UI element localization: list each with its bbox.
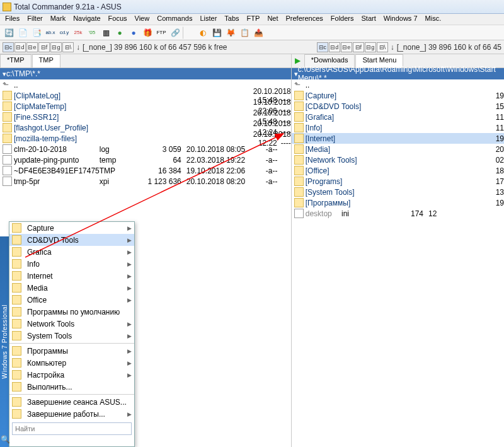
file-row[interactable]: [mozilla-temp-files]20.10.2018 12:22----: [0, 133, 291, 144]
menu-focus[interactable]: Focus: [105, 14, 131, 25]
toolbar-grid[interactable]: ▦: [100, 26, 112, 39]
file-row[interactable]: ⬑..: [292, 79, 504, 90]
file-row[interactable]: [Internet]19: [292, 133, 504, 144]
tab-tmp[interactable]: *TMP: [0, 54, 32, 67]
toolbar-url[interactable]: 🔗: [169, 26, 181, 39]
submenu-arrow-icon: ▶: [127, 297, 132, 303]
startmenu-программы[interactable]: Программы▶: [9, 345, 134, 357]
search-icon[interactable]: 🔍: [1, 435, 10, 444]
run-icon: [12, 382, 21, 392]
menu-commands[interactable]: Commands: [153, 14, 196, 25]
file-row[interactable]: tmp-5prxpi1 123 63620.10.2018 08:20-a--: [0, 176, 291, 187]
toolbar-blue[interactable]: ●: [127, 26, 140, 39]
menu-windows-7[interactable]: Windows 7: [380, 14, 421, 25]
toolbar-ftp[interactable]: FTP: [155, 26, 168, 39]
menu-mark[interactable]: Mark: [47, 14, 69, 25]
drive-e[interactable]: ⊟e: [341, 42, 352, 52]
file-row[interactable]: [System Tools]13: [292, 187, 504, 197]
right-file-list[interactable]: ⬑..[Capture]19[CD&DVD Tools]15[Grafica]1…: [292, 79, 504, 447]
menu-preferences[interactable]: Preferences: [282, 14, 327, 25]
file-row[interactable]: [Программы]19: [292, 197, 504, 208]
drive-d[interactable]: ⊟d: [329, 42, 340, 52]
file-row[interactable]: ~DF4E6E3B491EF17475TMP16 38419.10.2018 2…: [0, 165, 291, 176]
menu-start[interactable]: Start: [358, 14, 380, 25]
file-row[interactable]: [Grafica]11: [292, 112, 504, 122]
file-row[interactable]: desktopini17412: [292, 208, 504, 219]
toolbar-25k[interactable]: 25k: [72, 26, 84, 39]
file-row[interactable]: [CD&DVD Tools]15: [292, 101, 504, 112]
startmenu-завершение-работы-[interactable]: Завершение работы...▶: [9, 408, 134, 420]
startmenu-завершение-сеанса-asus-[interactable]: Завершение сеанса ASUS...: [9, 396, 134, 408]
toolbar-cdy[interactable]: cd.y: [58, 26, 71, 39]
drive-c[interactable]: ⊟c: [3, 42, 14, 52]
drive-g[interactable]: ⊟g: [365, 42, 376, 52]
file-row[interactable]: [Media]20: [292, 144, 504, 154]
startmenu-выполнить-[interactable]: Выполнить...: [9, 381, 134, 393]
startmenu-internet[interactable]: Internet▶: [9, 270, 134, 282]
file-row[interactable]: [Network Tools]02: [292, 154, 504, 165]
grafica-icon: [12, 247, 21, 257]
toolbar-firefox-icon[interactable]: 🦊: [224, 26, 237, 39]
drive-\[interactable]: ⊟\: [377, 42, 388, 52]
tab-tmp[interactable]: TMP: [32, 54, 60, 67]
menu-lister[interactable]: Lister: [196, 14, 220, 25]
toolbar-gift[interactable]: 🎁: [141, 26, 154, 39]
drive-f[interactable]: ⊟f: [38, 42, 50, 52]
toolbar-green[interactable]: ●: [113, 26, 126, 39]
startmenu-настройка[interactable]: Настройка▶: [9, 369, 134, 381]
toolbar-p2[interactable]: 📤: [252, 26, 265, 39]
toolbar-p1[interactable]: 📋: [238, 26, 251, 39]
startmenu-label: Компьютер: [27, 359, 66, 368]
drive-g[interactable]: ⊟g: [50, 42, 62, 52]
file-row[interactable]: clm-20-10-2018log3 05920.10.2018 08:05-a…: [0, 144, 291, 154]
menu-folders[interactable]: Folders: [327, 14, 358, 25]
menu-tabs[interactable]: Tabs: [220, 14, 243, 25]
folder-icon: [3, 112, 12, 122]
left-path-bar[interactable]: ▾ c:\TMP\*.*: [0, 68, 291, 79]
toolbar-view1[interactable]: 📄: [16, 26, 29, 39]
drive-f[interactable]: ⊟f: [353, 42, 364, 52]
toolbar-abc[interactable]: ab.x: [44, 26, 57, 39]
folder-icon: [294, 134, 304, 143]
drive-c[interactable]: ⊟c: [317, 42, 328, 52]
startmenu-search-input[interactable]: [12, 422, 132, 435]
file-row[interactable]: yupdate-ping-puntotemp6422.03.2018 19:22…: [0, 154, 291, 165]
toolbar-refresh[interactable]: 🔄: [3, 26, 15, 39]
startmenu-программы-по-умолчанию[interactable]: Программы по умолчанию: [9, 306, 134, 318]
menu-ftp[interactable]: FTP: [243, 14, 264, 25]
menu-filter[interactable]: Filter: [23, 14, 46, 25]
startmenu-capture[interactable]: Capture▶: [9, 222, 134, 234]
menu-misc.[interactable]: Misc.: [421, 14, 445, 25]
startmenu-media[interactable]: Media▶: [9, 282, 134, 294]
menu-navigate[interactable]: Navigate: [69, 14, 104, 25]
right-path-bar[interactable]: ▾ c:\Users\ASUS\AppData\Roaming\Microsof…: [292, 68, 504, 79]
toolbar-05[interactable]: '05: [86, 26, 98, 39]
file-date: 11: [496, 124, 504, 132]
file-name: [CD&DVD Tools]: [306, 102, 422, 111]
file-row[interactable]: [Office]18: [292, 165, 504, 176]
startmenu-office[interactable]: Office▶: [9, 294, 134, 306]
menu-view[interactable]: View: [131, 14, 154, 25]
drive-d[interactable]: ⊟d: [14, 42, 26, 52]
menu-net[interactable]: Net: [263, 14, 282, 25]
startmenu-grafica[interactable]: Grafica▶: [9, 246, 134, 258]
folder-icon: [3, 123, 12, 132]
toolbar-save-icon[interactable]: 💾: [210, 26, 223, 39]
menu-files[interactable]: Files: [1, 14, 23, 25]
drive-\[interactable]: ⊟\: [62, 42, 74, 52]
startmenu-info[interactable]: Info▶: [9, 258, 134, 270]
file-date: 20: [496, 145, 504, 154]
file-date: 19: [496, 91, 504, 100]
file-row[interactable]: [Info]11: [292, 122, 504, 133]
drive-e[interactable]: ⊟e: [26, 42, 38, 52]
file-row[interactable]: [Programs]17: [292, 176, 504, 187]
startmenu-system-tools[interactable]: System Tools▶: [9, 330, 134, 342]
window-title: Total Commander 9.21a - ASUS: [14, 3, 122, 11]
toolbar-view2[interactable]: 📑: [30, 26, 43, 39]
file-size: 174: [379, 209, 423, 218]
startmenu-network-tools[interactable]: Network Tools▶: [9, 318, 134, 330]
file-row[interactable]: [Capture]19: [292, 90, 504, 101]
toolbar-y1[interactable]: ◐: [197, 26, 209, 39]
startmenu-компьютер[interactable]: Компьютер▶: [9, 357, 134, 369]
startmenu-cd-dvd-tools[interactable]: CD&DVD Tools▶: [9, 234, 134, 246]
